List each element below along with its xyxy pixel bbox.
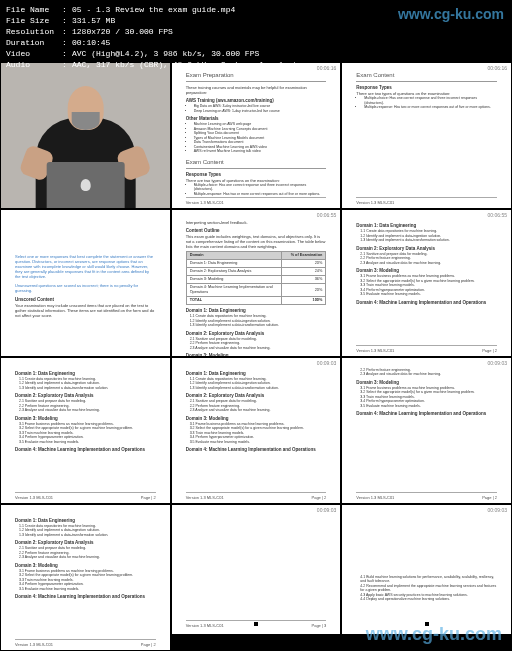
domain4-heading: Domain 4: Machine Learning Implementatio…	[356, 411, 497, 416]
list-item: Multiple-choice: Has one correct respons…	[194, 183, 327, 192]
list-item: 4.4 Deploy and operationalize machine le…	[360, 597, 497, 602]
list-item: 4.1 Build machine learning solutions for…	[360, 575, 497, 584]
content-outline-heading: Content Outline	[186, 228, 327, 233]
timestamp: 00:06:16	[488, 65, 507, 71]
thumb-exam-preparation: 00:06:16 Exam Preparation These training…	[171, 62, 342, 209]
domain4-heading: Domain 4: Machine Learning Implementatio…	[15, 447, 156, 452]
list-item: Multiple-response: Has two or more corre…	[194, 192, 327, 197]
version-footer: Version 1.3 MLS-C01	[356, 495, 394, 500]
black-bar	[172, 634, 341, 650]
domain2-heading: Domain 2: Exploratory Data Analysis	[356, 246, 497, 251]
list-item: 2.3 Analyze and visualize data for machi…	[19, 408, 156, 413]
response-types-heading: Response Types	[356, 85, 497, 90]
list-item: 3.5 Evaluate machine learning models.	[360, 404, 497, 409]
list-item: 2.3 Analyze and visualize data for machi…	[360, 372, 497, 377]
list-item: 1.3 Identify and implement a data-transf…	[19, 386, 156, 391]
domain4-heading: Domain 4: Machine Learning Implementatio…	[186, 447, 327, 452]
meta-duration-label: Duration	[6, 37, 62, 48]
thumb-domain-list: 00:06:55 Domain 1: Data Engineering 1.1 …	[341, 209, 512, 356]
aws-training-list: Big Data on AWS: 3-day instructor-led li…	[194, 104, 327, 113]
list-item: 2.3 Analyze and visualize data for machi…	[190, 346, 327, 351]
list-item: Deep Learning on AWS: 1-day instructor-l…	[194, 109, 327, 114]
th-domain: Domain	[186, 252, 281, 260]
version-footer: Version 1.3 MLS-C01	[15, 642, 53, 647]
thumb-content-outline: 00:06:55 Interpreting section-level feed…	[171, 209, 342, 356]
page-num: Page | 2	[482, 348, 497, 353]
heading-exam-content: Exam Content	[356, 73, 497, 78]
unscored-text: Your examination may include unscored it…	[15, 303, 156, 318]
thumb-exam-content: 00:06:16 Exam Content Response Types The…	[341, 62, 512, 209]
table-row: Domain 4: Machine Learning Implementatio…	[186, 284, 326, 297]
domain3-heading: Domain 3: Modeling	[15, 416, 156, 421]
list-item: 2.3 Analyze and visualize data for machi…	[190, 408, 327, 413]
domain2-heading: Domain 2: Exploratory Data Analysis	[186, 393, 327, 398]
heading-exam-preparation: Exam Preparation	[186, 73, 327, 78]
domain3-heading: Domain 3: Modeling	[356, 268, 497, 273]
watermark-top: www.cg-ku.com	[398, 6, 504, 22]
list-item: 1.3 Identify and implement a data-transf…	[190, 323, 327, 328]
list-item: 3.5 Evaluate machine learning models.	[190, 440, 327, 445]
page-num: Page | 2	[141, 495, 156, 500]
timestamp: 00:06:55	[488, 212, 507, 218]
meta-video-label: Video	[6, 48, 62, 59]
timestamp: 00:09:03	[488, 507, 507, 513]
domain3-heading: Domain 3: Modeling	[186, 416, 327, 421]
page-num: Page | 3	[312, 623, 327, 628]
meta-filename-label: File Name	[6, 4, 62, 15]
outline-intro: Interpreting section-level feedback.	[186, 220, 327, 225]
thumb-blank: 00:09:03 Version 1.3 MLS-C01Page | 3	[171, 504, 342, 651]
page-num: Page | 2	[312, 495, 327, 500]
domain3-heading: Domain 3: Modeling	[15, 563, 156, 568]
domain1-heading: Domain 1: Data Engineering	[186, 371, 327, 376]
watermark-bottom: www.cg-ku.com	[366, 624, 502, 645]
page-num: Page | 2	[482, 495, 497, 500]
other-materials-list: Machine Learning on AWS web page Amazon …	[194, 122, 327, 154]
th-pct: % of Examination	[281, 252, 326, 260]
unscored-heading: Unscored Content	[15, 297, 156, 302]
meta-filesize-value: 331.57 MB	[72, 15, 115, 26]
version-footer: Version 1.3 MLS-C01	[186, 495, 224, 500]
thumb-domain-partial: 00:09:03 2.2 Perform feature engineering…	[341, 357, 512, 504]
table-row: Domain 3: Modeling36%	[186, 276, 326, 284]
other-materials-heading: Other Materials	[186, 116, 327, 121]
table-row: Domain 2: Exploratory Data Analysis24%	[186, 268, 326, 276]
list-item: AWS re:Invent Machine Learning talk vide…	[194, 149, 327, 154]
aws-training-heading: AWS Training (aws.amazon.com/training)	[186, 98, 327, 103]
meta-filename-value: 05 - 1.3 Review the exam guide.mp4	[72, 4, 235, 15]
meta-video-value: AVC (High@L4.2), 3 986 kb/s, 30.000 FPS	[72, 48, 259, 59]
list-item: 2.3 Analyze and visualize data for machi…	[19, 555, 156, 560]
list-item: 1.3 Identify and implement a data-transf…	[360, 238, 497, 243]
domain2-heading: Domain 2: Exploratory Data Analysis	[15, 393, 156, 398]
note-text2: Unanswered questions are scored as incor…	[15, 283, 156, 293]
domain4-heading: Domain 4: Machine Learning Implementatio…	[15, 594, 156, 599]
note-text: Select one or more responses that best c…	[15, 254, 156, 279]
meta-resolution-label: Resolution	[6, 26, 62, 37]
timestamp: 00:06:55	[317, 212, 336, 218]
content-outline-desc: This exam guide includes weightings, tes…	[186, 234, 327, 249]
heading-exam-content: Exam Content	[186, 160, 327, 165]
domain1-heading: Domain 1: Data Engineering	[356, 223, 497, 228]
list-item: Multiple-response: Has two or more corre…	[364, 105, 497, 110]
meta-duration-value: 00:10:45	[72, 37, 110, 48]
table-row: TOTAL100%	[186, 297, 326, 305]
domain1-heading: Domain 1: Data Engineering	[186, 308, 327, 313]
meta-filesize-label: File Size	[6, 15, 62, 26]
domain1-heading: Domain 1: Data Engineering	[15, 518, 156, 523]
timestamp: 00:09:03	[488, 360, 507, 366]
thumb-presenter	[0, 62, 171, 209]
list-item: 2.3 Analyze and visualize data for machi…	[360, 261, 497, 266]
domain4-heading: Domain 4: Machine Learning Implementatio…	[356, 300, 497, 305]
table-row: Domain 1: Data Engineering20%	[186, 260, 326, 268]
list-item: 4.2 Recommend and implement the appropri…	[360, 584, 497, 593]
prep-intro: These training courses and materials may…	[186, 85, 327, 95]
version-footer: Version 1.3 MLS-C01	[15, 495, 53, 500]
timestamp: 00:06:16	[317, 65, 336, 71]
meta-audio-value: AAC, 317 kb/s (CBR), 48.0 kHz, 2 channel…	[72, 59, 317, 70]
domain2-heading: Domain 2: Exploratory Data Analysis	[186, 331, 327, 336]
list-item: 1.3 Identify and implement a data-transf…	[190, 386, 327, 391]
version-footer: Version 1.3 MLS-C01	[186, 623, 224, 628]
timestamp: 00:09:03	[317, 360, 336, 366]
response-types-heading: Response Types	[186, 172, 327, 177]
list-item: 3.5 Evaluate machine learning models.	[19, 587, 156, 592]
list-item: 3.5 Evaluate machine learning models.	[19, 440, 156, 445]
